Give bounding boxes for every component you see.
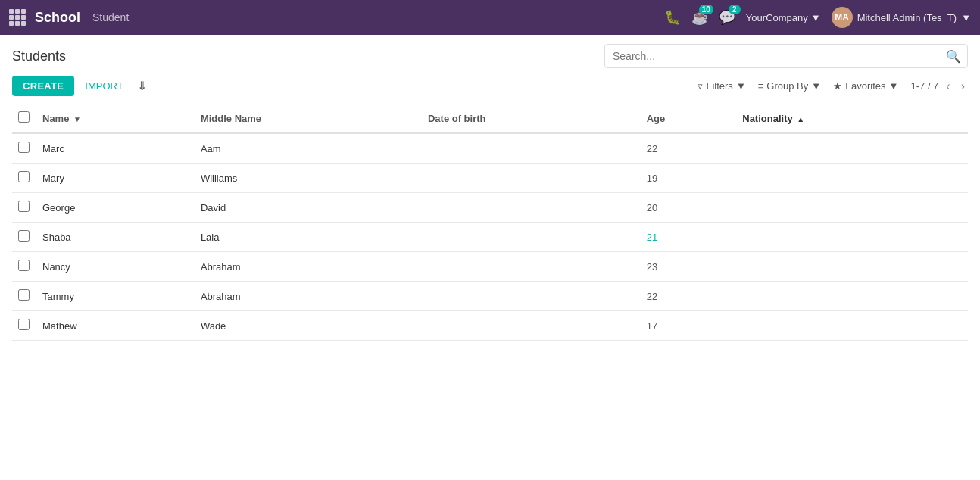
row-checkbox[interactable]	[18, 260, 30, 271]
next-page-button[interactable]: ›	[958, 78, 968, 95]
row-check-cell[interactable]	[12, 164, 36, 193]
row-checkbox[interactable]	[18, 319, 30, 330]
navbar-icons: 🐛 ☕ 10 💬 2 YourCompany ▼ MA Mitchell Adm…	[664, 7, 971, 28]
table-row: Nancy Abraham 23	[12, 252, 968, 282]
search-bar: 🔍	[604, 44, 968, 68]
row-nationality	[736, 223, 968, 252]
table-row: Mathew Wade 17	[12, 311, 968, 341]
row-checkbox[interactable]	[18, 230, 30, 242]
navbar: School Student 🐛 ☕ 10 💬 2 YourCompany ▼ …	[0, 0, 980, 35]
table-row: Marc Aam 22	[12, 133, 968, 164]
select-all-checkbox[interactable]	[18, 111, 30, 123]
app-title: School	[35, 10, 80, 26]
col-dob[interactable]: Date of birth	[422, 104, 641, 133]
row-check-cell[interactable]	[12, 223, 36, 252]
bug-icon[interactable]: 🐛	[664, 9, 681, 26]
notification-badge: 10	[699, 5, 713, 14]
avatar: MA	[832, 7, 853, 28]
message-badge: 2	[729, 5, 741, 14]
row-age: 23	[641, 252, 737, 282]
col-middle-name[interactable]: Middle Name	[195, 104, 422, 133]
row-dob	[422, 223, 641, 252]
page-title: Students	[12, 48, 66, 64]
groupby-button[interactable]: ≡ Group By ▼	[758, 80, 821, 92]
row-dob	[422, 252, 641, 282]
col-age[interactable]: Age	[641, 104, 737, 133]
row-name[interactable]: Tammy	[36, 282, 195, 311]
row-name[interactable]: Mary	[36, 164, 195, 193]
row-middle-name: Abraham	[195, 282, 422, 311]
sort-name-icon: ▼	[73, 115, 81, 123]
row-dob	[422, 282, 641, 311]
chevron-down-icon: ▼	[889, 80, 899, 92]
table-header-row: Name ▼ Middle Name Date of birth Age Nat…	[12, 104, 968, 133]
table-row: George David 20	[12, 193, 968, 223]
select-all-header[interactable]	[12, 104, 36, 133]
row-middle-name: Williams	[195, 164, 422, 193]
favorites-button[interactable]: ★ Favorites ▼	[833, 80, 898, 92]
apps-icon[interactable]	[9, 9, 26, 26]
row-name[interactable]: Shaba	[36, 223, 195, 252]
col-name[interactable]: Name ▼	[36, 104, 195, 133]
row-check-cell[interactable]	[12, 282, 36, 311]
prev-page-button[interactable]: ‹	[943, 78, 953, 95]
company-selector[interactable]: YourCompany ▼	[746, 12, 821, 23]
toolbar-right: ▿ Filters ▼ ≡ Group By ▼ ★ Favorites ▼ 1…	[698, 78, 968, 95]
row-check-cell[interactable]	[12, 311, 36, 341]
row-name[interactable]: Nancy	[36, 252, 195, 282]
groupby-icon: ≡	[758, 80, 764, 92]
pagination: 1-7 / 7 ‹ ›	[910, 78, 968, 95]
create-button[interactable]: CREATE	[12, 76, 74, 96]
star-icon: ★	[833, 80, 842, 92]
row-dob	[422, 193, 641, 223]
students-table: Name ▼ Middle Name Date of birth Age Nat…	[12, 104, 968, 341]
row-age: 22	[641, 133, 737, 164]
row-dob	[422, 164, 641, 193]
table-body: Marc Aam 22 Mary Williams 19 George Davi…	[12, 133, 968, 341]
row-checkbox[interactable]	[18, 171, 30, 182]
row-nationality	[736, 133, 968, 164]
row-check-cell[interactable]	[12, 252, 36, 282]
row-checkbox[interactable]	[18, 201, 30, 212]
page-header: Students 🔍	[0, 35, 980, 68]
table-row: Mary Williams 19	[12, 164, 968, 193]
chevron-down-icon: ▼	[811, 80, 821, 92]
row-age: 20	[641, 193, 737, 223]
user-menu[interactable]: MA Mitchell Admin (Tes_T) ▼	[832, 7, 971, 28]
row-dob	[422, 311, 641, 341]
col-nationality[interactable]: Nationality ▲	[736, 104, 968, 133]
app-module: Student	[92, 11, 129, 23]
search-input[interactable]	[605, 50, 940, 62]
table-row: Tammy Abraham 22	[12, 282, 968, 311]
row-checkbox[interactable]	[18, 142, 30, 153]
row-name[interactable]: George	[36, 193, 195, 223]
row-age: 21	[641, 223, 737, 252]
search-icon[interactable]: 🔍	[940, 49, 967, 64]
row-name[interactable]: Mathew	[36, 311, 195, 341]
row-age: 19	[641, 164, 737, 193]
main-content: Students 🔍 CREATE IMPORT ⇓ ▿ Filters ▼ ≡…	[0, 35, 980, 480]
filters-button[interactable]: ▿ Filters ▼	[698, 80, 745, 92]
row-check-cell[interactable]	[12, 133, 36, 164]
row-checkbox[interactable]	[18, 289, 30, 301]
row-middle-name: Abraham	[195, 252, 422, 282]
download-button[interactable]: ⇓	[134, 74, 150, 98]
row-nationality	[736, 252, 968, 282]
table-wrapper: Name ▼ Middle Name Date of birth Age Nat…	[0, 104, 980, 341]
filter-icon: ▿	[698, 80, 703, 92]
chevron-down-icon: ▼	[811, 12, 821, 23]
row-age: 17	[641, 311, 737, 341]
message-icon[interactable]: 💬 2	[719, 9, 735, 26]
row-name[interactable]: Marc	[36, 133, 195, 164]
chevron-down-icon: ▼	[736, 80, 746, 92]
row-check-cell[interactable]	[12, 193, 36, 223]
row-middle-name: Wade	[195, 311, 422, 341]
table-row: Shaba Lala 21	[12, 223, 968, 252]
row-nationality	[736, 282, 968, 311]
row-age: 22	[641, 282, 737, 311]
activity-icon[interactable]: ☕ 10	[691, 9, 708, 26]
row-dob	[422, 133, 641, 164]
import-button[interactable]: IMPORT	[80, 76, 127, 96]
row-nationality	[736, 164, 968, 193]
row-middle-name: Lala	[195, 223, 422, 252]
